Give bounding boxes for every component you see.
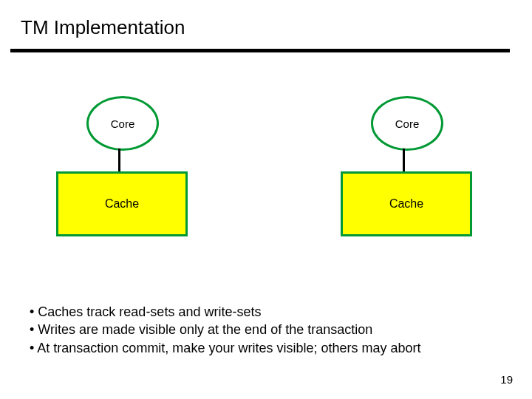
cache-label-left: Cache — [105, 197, 139, 211]
title-rule — [10, 49, 510, 52]
bullet-text: Writes are made visible only at the end … — [38, 322, 372, 337]
bullet-list: • Caches track read-sets and write-sets … — [30, 303, 421, 357]
connector-right — [403, 149, 405, 172]
cache-label-right: Cache — [389, 197, 423, 211]
bullet-item: • Caches track read-sets and write-sets — [30, 303, 421, 321]
bullet-item: • Writes are made visible only at the en… — [30, 321, 421, 338]
bullet-text: Caches track read-sets and write-sets — [38, 304, 261, 319]
slide: TM Implementation Core Cache Core Cache … — [0, 0, 532, 399]
core-label-right: Core — [395, 117, 420, 130]
bullet-item: • At transaction commit, make your write… — [30, 339, 421, 357]
cache-node-right: Cache — [341, 171, 472, 236]
core-node-left: Core — [86, 96, 159, 151]
core-label-left: Core — [111, 117, 135, 130]
bullet-text: At transaction commit, make your writes … — [37, 341, 420, 355]
cache-node-left: Cache — [56, 171, 188, 236]
connector-left — [118, 149, 120, 172]
page-number: 19 — [500, 373, 513, 386]
core-node-right: Core — [371, 96, 443, 151]
slide-title: TM Implementation — [21, 16, 185, 39]
